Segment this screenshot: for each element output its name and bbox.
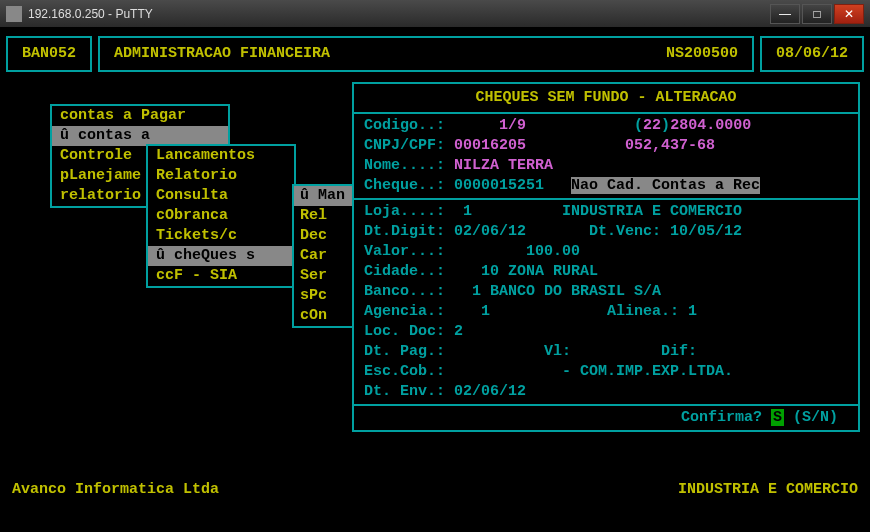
row-cnpj: CNPJ/CPF: 00016205 052,437-68 bbox=[364, 136, 848, 156]
app-title-box: ADMINISTRACAO FINANCEIRA NS200500 bbox=[98, 36, 754, 72]
nome-value: NILZA TERRA bbox=[454, 157, 553, 174]
row-cheque: Cheque..: 0000015251 Nao Cad. Contas a R… bbox=[364, 176, 848, 196]
window-title: 192.168.0.250 - PuTTY bbox=[28, 7, 770, 21]
menu3-item-dec[interactable]: Dec bbox=[294, 226, 352, 246]
esccob-value: - COM.IMP.EXP.LTDA. bbox=[562, 363, 733, 380]
row-cidade: Cidade..: 10 ZONA RURAL bbox=[364, 262, 848, 282]
cidade-value: 10 ZONA RURAL bbox=[481, 263, 598, 280]
banco-value: 1 BANCO DO BRASIL S/A bbox=[472, 283, 661, 300]
header-date: 08/06/12 bbox=[760, 36, 864, 72]
menu3-item-man[interactable]: û Man bbox=[294, 186, 352, 206]
menu2-item-tickets[interactable]: Tickets/c bbox=[148, 226, 294, 246]
menu1-title: contas a Pagar bbox=[52, 104, 228, 126]
row-dtenv: Dt. Env.: 02/06/12 bbox=[364, 382, 848, 402]
menu-level-3: û Man Rel Dec Car Ser sPc cOn bbox=[292, 184, 354, 328]
footer: Avanco Informatica Ltda INDUSTRIA E COME… bbox=[6, 478, 864, 502]
agencia-value: 1 bbox=[481, 303, 490, 320]
cnpj-value2: 052,437-68 bbox=[625, 137, 715, 154]
close-button[interactable]: ✕ bbox=[834, 4, 864, 24]
codigo-phone: 2804.0000 bbox=[670, 117, 751, 134]
alinea-value: 1 bbox=[688, 303, 697, 320]
menu3-item-spc[interactable]: sPc bbox=[294, 286, 352, 306]
menu-level-2: Lancamentos Relatorio Consulta cObranca … bbox=[146, 144, 296, 288]
row-esccob: Esc.Cob.: - COM.IMP.EXP.LTDA. bbox=[364, 362, 848, 382]
menu2-item-cheques[interactable]: û cheQues s bbox=[148, 246, 294, 266]
menu3-item-car[interactable]: Car bbox=[294, 246, 352, 266]
row-loja: Loja....: 1 INDUSTRIA E COMERCIO bbox=[364, 202, 848, 222]
divider bbox=[354, 112, 858, 114]
footer-right: INDUSTRIA E COMERCIO bbox=[678, 480, 858, 500]
panel-title: CHEQUES SEM FUNDO - ALTERACAO bbox=[364, 86, 848, 110]
codigo-value: 1/9 bbox=[499, 117, 526, 134]
menu3-item-ser[interactable]: Ser bbox=[294, 266, 352, 286]
cheque-value: 0000015251 bbox=[454, 177, 544, 194]
menu2-item-ccf[interactable]: ccF - SIA bbox=[148, 266, 294, 286]
window-titlebar: 192.168.0.250 - PuTTY — □ ✕ bbox=[0, 0, 870, 28]
app-title: ADMINISTRACAO FINANCEIRA bbox=[114, 44, 330, 64]
menu2-item-lancamentos[interactable]: Lancamentos bbox=[148, 146, 294, 166]
row-locdoc: Loc. Doc: 2 bbox=[364, 322, 848, 342]
dtvenc-value: 10/05/12 bbox=[670, 223, 742, 240]
row-codigo: Codigo..: 1/9 (22)2804.0000 bbox=[364, 116, 848, 136]
menu2-item-consulta[interactable]: Consulta bbox=[148, 186, 294, 206]
header-row: BAN052 ADMINISTRACAO FINANCEIRA NS200500… bbox=[6, 36, 864, 72]
footer-left: Avanco Informatica Ltda bbox=[12, 480, 219, 500]
program-code: BAN052 bbox=[6, 36, 92, 72]
confirm-row: Confirma? S (S/N) bbox=[364, 408, 848, 428]
row-dtdigit: Dt.Digit: 02/06/12 Dt.Venc: 10/05/12 bbox=[364, 222, 848, 242]
row-banco: Banco...: 1 BANCO DO BRASIL S/A bbox=[364, 282, 848, 302]
detail-panel: CHEQUES SEM FUNDO - ALTERACAO Codigo..: … bbox=[352, 82, 860, 432]
row-dtpag: Dt. Pag.: Vl: Dif: bbox=[364, 342, 848, 362]
menu3-item-con[interactable]: cOn bbox=[294, 306, 352, 326]
valor-value: 100.00 bbox=[526, 243, 580, 260]
content-area: contas a Pagar û contas a Controle pLane… bbox=[6, 96, 864, 476]
confirm-input[interactable]: S bbox=[771, 409, 784, 426]
menu2-item-cobranca[interactable]: cObranca bbox=[148, 206, 294, 226]
window-controls: — □ ✕ bbox=[770, 4, 864, 24]
cheque-status: Nao Cad. Contas a Rec bbox=[571, 177, 760, 194]
dtdigit-value: 02/06/12 bbox=[454, 223, 526, 240]
session-id: NS200500 bbox=[666, 44, 738, 64]
minimize-button[interactable]: — bbox=[770, 4, 800, 24]
menu2-item-relatorio[interactable]: Relatorio bbox=[148, 166, 294, 186]
menu3-item-rel[interactable]: Rel bbox=[294, 206, 352, 226]
terminal-area: BAN052 ADMINISTRACAO FINANCEIRA NS200500… bbox=[0, 28, 870, 532]
cnpj-value: 00016205 bbox=[454, 137, 526, 154]
putty-icon bbox=[6, 6, 22, 22]
menu1-item-contas[interactable]: û contas a bbox=[52, 126, 228, 146]
maximize-button[interactable]: □ bbox=[802, 4, 832, 24]
loja-value: 1 bbox=[463, 203, 472, 220]
row-agencia: Agencia.: 1 Alinea.: 1 bbox=[364, 302, 848, 322]
row-nome: Nome....: NILZA TERRA bbox=[364, 156, 848, 176]
divider bbox=[354, 198, 858, 200]
locdoc-value: 2 bbox=[454, 323, 463, 340]
divider bbox=[354, 404, 858, 406]
row-valor: Valor...: 100.00 bbox=[364, 242, 848, 262]
loja-name: INDUSTRIA E COMERCIO bbox=[562, 203, 742, 220]
dtenv-value: 02/06/12 bbox=[454, 383, 526, 400]
